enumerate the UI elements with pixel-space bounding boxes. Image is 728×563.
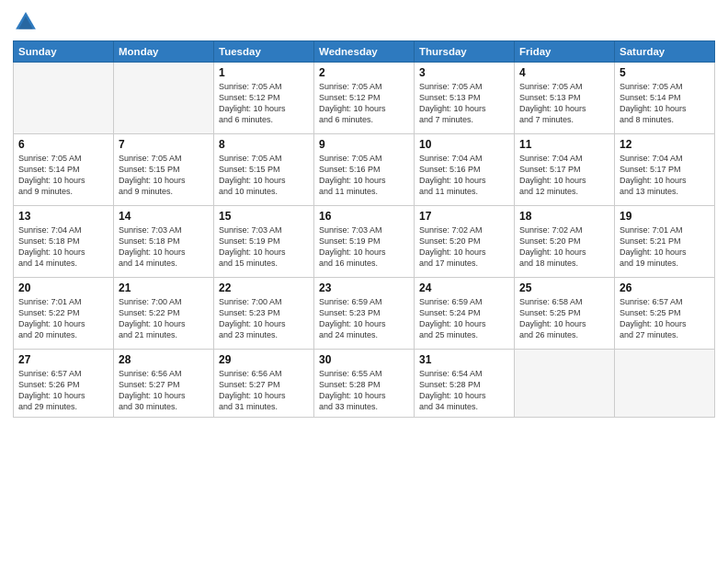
col-header-tuesday: Tuesday [214, 41, 314, 63]
day-number: 3 [419, 66, 509, 79]
day-number: 15 [219, 210, 309, 223]
day-cell: 27Sunrise: 6:57 AM Sunset: 5:26 PM Dayli… [14, 350, 114, 418]
day-number: 21 [119, 282, 209, 294]
day-number: 6 [18, 138, 108, 151]
col-header-saturday: Saturday [615, 41, 715, 63]
page: SundayMondayTuesdayWednesdayThursdayFrid… [0, 0, 728, 563]
col-header-sunday: Sunday [14, 41, 114, 63]
day-info: Sunrise: 7:03 AM Sunset: 5:18 PM Dayligh… [119, 224, 209, 270]
day-info: Sunrise: 6:59 AM Sunset: 5:23 PM Dayligh… [319, 296, 409, 341]
day-cell: 24Sunrise: 6:59 AM Sunset: 5:24 PM Dayli… [415, 278, 515, 350]
header [13, 9, 715, 35]
day-number: 1 [219, 66, 309, 79]
day-cell [615, 350, 715, 418]
day-number: 13 [18, 210, 108, 223]
day-number: 23 [319, 282, 409, 294]
day-cell: 28Sunrise: 6:56 AM Sunset: 5:27 PM Dayli… [114, 350, 214, 418]
day-number: 5 [620, 66, 710, 79]
col-header-thursday: Thursday [415, 41, 515, 63]
col-header-monday: Monday [114, 41, 214, 63]
day-number: 7 [119, 138, 209, 151]
week-row-4: 20Sunrise: 7:01 AM Sunset: 5:22 PM Dayli… [14, 278, 715, 350]
day-cell: 25Sunrise: 6:58 AM Sunset: 5:25 PM Dayli… [515, 278, 615, 350]
week-row-3: 13Sunrise: 7:04 AM Sunset: 5:18 PM Dayli… [14, 206, 715, 278]
day-number: 22 [219, 282, 309, 294]
day-number: 26 [620, 282, 710, 294]
day-number: 29 [219, 353, 309, 366]
day-number: 27 [18, 353, 108, 366]
day-info: Sunrise: 7:05 AM Sunset: 5:15 PM Dayligh… [119, 153, 209, 198]
day-info: Sunrise: 7:05 AM Sunset: 5:12 PM Dayligh… [219, 81, 309, 126]
day-cell: 7Sunrise: 7:05 AM Sunset: 5:15 PM Daylig… [114, 134, 214, 206]
day-cell: 4Sunrise: 7:05 AM Sunset: 5:13 PM Daylig… [515, 63, 615, 134]
day-number: 25 [519, 282, 609, 294]
day-cell: 29Sunrise: 6:56 AM Sunset: 5:27 PM Dayli… [214, 350, 314, 418]
col-header-wednesday: Wednesday [314, 41, 415, 63]
day-cell: 30Sunrise: 6:55 AM Sunset: 5:28 PM Dayli… [314, 350, 415, 418]
day-info: Sunrise: 7:04 AM Sunset: 5:17 PM Dayligh… [620, 153, 710, 198]
day-cell: 12Sunrise: 7:04 AM Sunset: 5:17 PM Dayli… [615, 134, 715, 206]
day-cell: 9Sunrise: 7:05 AM Sunset: 5:16 PM Daylig… [314, 134, 415, 206]
day-cell: 8Sunrise: 7:05 AM Sunset: 5:15 PM Daylig… [214, 134, 314, 206]
day-info: Sunrise: 7:03 AM Sunset: 5:19 PM Dayligh… [219, 224, 309, 270]
day-info: Sunrise: 7:00 AM Sunset: 5:22 PM Dayligh… [119, 296, 209, 341]
day-info: Sunrise: 6:56 AM Sunset: 5:27 PM Dayligh… [219, 368, 309, 413]
day-cell: 1Sunrise: 7:05 AM Sunset: 5:12 PM Daylig… [214, 63, 314, 134]
day-number: 31 [419, 353, 509, 366]
day-info: Sunrise: 6:55 AM Sunset: 5:28 PM Dayligh… [319, 368, 409, 413]
calendar-table: SundayMondayTuesdayWednesdayThursdayFrid… [13, 40, 715, 418]
day-cell: 18Sunrise: 7:02 AM Sunset: 5:20 PM Dayli… [515, 206, 615, 278]
day-info: Sunrise: 7:03 AM Sunset: 5:19 PM Dayligh… [319, 224, 409, 270]
day-number: 12 [620, 138, 710, 151]
logo-icon [13, 9, 39, 35]
day-number: 28 [119, 353, 209, 366]
day-cell: 21Sunrise: 7:00 AM Sunset: 5:22 PM Dayli… [114, 278, 214, 350]
day-number: 10 [419, 138, 509, 151]
day-cell: 20Sunrise: 7:01 AM Sunset: 5:22 PM Dayli… [14, 278, 114, 350]
day-cell: 13Sunrise: 7:04 AM Sunset: 5:18 PM Dayli… [14, 206, 114, 278]
day-info: Sunrise: 7:05 AM Sunset: 5:13 PM Dayligh… [419, 81, 509, 126]
day-cell: 11Sunrise: 7:04 AM Sunset: 5:17 PM Dayli… [515, 134, 615, 206]
day-cell: 6Sunrise: 7:05 AM Sunset: 5:14 PM Daylig… [14, 134, 114, 206]
day-number: 24 [419, 282, 509, 294]
day-info: Sunrise: 6:56 AM Sunset: 5:27 PM Dayligh… [119, 368, 209, 413]
day-cell: 14Sunrise: 7:03 AM Sunset: 5:18 PM Dayli… [114, 206, 214, 278]
day-number: 18 [519, 210, 609, 223]
week-row-5: 27Sunrise: 6:57 AM Sunset: 5:26 PM Dayli… [14, 350, 715, 418]
week-row-1: 1Sunrise: 7:05 AM Sunset: 5:12 PM Daylig… [14, 63, 715, 134]
day-cell: 2Sunrise: 7:05 AM Sunset: 5:12 PM Daylig… [314, 63, 415, 134]
day-info: Sunrise: 7:05 AM Sunset: 5:14 PM Dayligh… [620, 81, 710, 126]
day-cell: 15Sunrise: 7:03 AM Sunset: 5:19 PM Dayli… [214, 206, 314, 278]
day-cell: 31Sunrise: 6:54 AM Sunset: 5:28 PM Dayli… [415, 350, 515, 418]
day-info: Sunrise: 7:02 AM Sunset: 5:20 PM Dayligh… [419, 224, 509, 270]
day-number: 4 [519, 66, 609, 79]
day-info: Sunrise: 7:05 AM Sunset: 5:15 PM Dayligh… [219, 153, 309, 198]
day-cell: 3Sunrise: 7:05 AM Sunset: 5:13 PM Daylig… [415, 63, 515, 134]
day-number: 16 [319, 210, 409, 223]
day-cell: 26Sunrise: 6:57 AM Sunset: 5:25 PM Dayli… [615, 278, 715, 350]
day-info: Sunrise: 7:05 AM Sunset: 5:13 PM Dayligh… [519, 81, 609, 126]
day-cell [114, 63, 214, 134]
week-row-2: 6Sunrise: 7:05 AM Sunset: 5:14 PM Daylig… [14, 134, 715, 206]
day-info: Sunrise: 7:04 AM Sunset: 5:18 PM Dayligh… [18, 224, 108, 270]
day-cell: 22Sunrise: 7:00 AM Sunset: 5:23 PM Dayli… [214, 278, 314, 350]
day-number: 20 [18, 282, 108, 294]
day-cell: 17Sunrise: 7:02 AM Sunset: 5:20 PM Dayli… [415, 206, 515, 278]
day-cell: 10Sunrise: 7:04 AM Sunset: 5:16 PM Dayli… [415, 134, 515, 206]
day-info: Sunrise: 7:05 AM Sunset: 5:16 PM Dayligh… [319, 153, 409, 198]
day-cell [14, 63, 114, 134]
day-number: 19 [620, 210, 710, 223]
day-number: 11 [519, 138, 609, 151]
day-number: 8 [219, 138, 309, 151]
col-header-friday: Friday [515, 41, 615, 63]
logo [13, 9, 42, 35]
header-row: SundayMondayTuesdayWednesdayThursdayFrid… [14, 41, 715, 63]
day-info: Sunrise: 7:04 AM Sunset: 5:17 PM Dayligh… [519, 153, 609, 198]
day-number: 30 [319, 353, 409, 366]
day-info: Sunrise: 7:02 AM Sunset: 5:20 PM Dayligh… [519, 224, 609, 270]
day-number: 14 [119, 210, 209, 223]
day-info: Sunrise: 6:58 AM Sunset: 5:25 PM Dayligh… [519, 296, 609, 341]
day-info: Sunrise: 7:05 AM Sunset: 5:12 PM Dayligh… [319, 81, 409, 126]
day-cell: 23Sunrise: 6:59 AM Sunset: 5:23 PM Dayli… [314, 278, 415, 350]
day-cell: 19Sunrise: 7:01 AM Sunset: 5:21 PM Dayli… [615, 206, 715, 278]
